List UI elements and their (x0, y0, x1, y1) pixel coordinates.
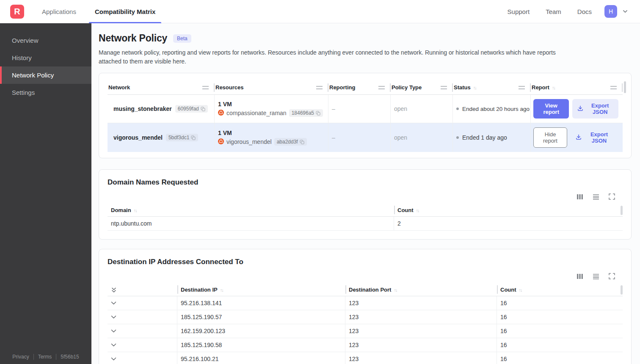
columns-icon[interactable] (577, 193, 583, 200)
destination-ip-value: 95.216.100.21 (177, 352, 345, 364)
ubuntu-icon (218, 138, 224, 146)
chevron-down-icon[interactable] (622, 8, 628, 14)
sidebar-item-history[interactable]: History (0, 49, 91, 66)
destination-row[interactable]: 185.125.190.58 123 16 (108, 338, 623, 352)
destinations-table: Destination IP↑↓ Destination Port↑↓ Coun… (108, 284, 623, 364)
column-resize-handle[interactable] (610, 86, 617, 89)
column-header-resources[interactable]: Resources (215, 80, 328, 94)
table-toolbar (108, 193, 623, 200)
count-value: 16 (497, 324, 623, 338)
column-resize-handle[interactable] (316, 86, 323, 89)
beta-badge: Beta (173, 34, 191, 43)
expand-row-icon[interactable] (108, 310, 177, 324)
column-header-policy-type[interactable]: Policy Type (391, 80, 453, 94)
status-dot (456, 108, 459, 110)
count-value: 16 (497, 338, 623, 352)
fullscreen-icon[interactable] (609, 273, 615, 279)
destinations-card-title: Destination IP Addresses Connected To (108, 258, 623, 266)
column-resize-handle[interactable] (441, 86, 447, 89)
main-content: Network Policy Beta Manage network polic… (91, 23, 640, 364)
network-id-badge: 5bdf3dc1 (166, 134, 198, 141)
count-value: 16 (497, 296, 623, 310)
table-scrollbar[interactable] (621, 285, 623, 295)
destination-port-value: 123 (345, 338, 497, 352)
column-header-network[interactable]: Network (108, 80, 215, 94)
column-header-status[interactable]: Status↑↓ (453, 80, 531, 94)
rows-icon[interactable] (593, 273, 599, 279)
expand-row-icon[interactable] (108, 338, 177, 352)
ubuntu-icon (218, 110, 224, 117)
rows-icon[interactable] (593, 193, 599, 200)
status-text: Ended about 20 hours ago (462, 106, 530, 112)
destination-port-value: 123 (345, 310, 497, 324)
destination-row[interactable]: 162.159.200.123 123 16 (108, 324, 623, 338)
resource-name: vigorous_mendel (226, 138, 272, 145)
reporting-value: – (328, 123, 391, 152)
fullscreen-icon[interactable] (609, 193, 615, 200)
nav-support[interactable]: Support (501, 8, 537, 15)
reporting-value: – (328, 95, 391, 123)
resource-name: compassionate_raman (226, 110, 287, 116)
network-row-vigorous-mendel[interactable]: vigorous_mendel 5bdf3dc1 1 VM vigorous_m… (108, 123, 623, 152)
privacy-link[interactable]: Privacy (8, 354, 33, 360)
sidebar-item-overview[interactable]: Overview (0, 32, 91, 49)
destination-port-value: 123 (345, 352, 497, 364)
column-header-domain[interactable]: Domain↑↓ (108, 204, 394, 216)
domain-row[interactable]: ntp.ubuntu.com 2 (108, 217, 623, 231)
sort-icon: ↑↓ (473, 85, 476, 90)
column-resize-handle[interactable] (519, 86, 525, 89)
column-header-reporting[interactable]: Reporting (328, 80, 391, 94)
columns-icon[interactable] (577, 273, 583, 279)
hide-report-button[interactable]: Hide report (533, 127, 567, 148)
destination-port-value: 123 (345, 296, 497, 310)
destinations-card: Destination IP Addresses Connected To De… (99, 249, 632, 364)
network-id-badge: 60959fad (175, 105, 208, 113)
count-value: 16 (497, 310, 623, 324)
nav-docs[interactable]: Docs (571, 8, 599, 15)
copy-icon[interactable] (316, 111, 320, 116)
sort-icon: ↑↓ (552, 85, 555, 90)
destination-port-value: 123 (345, 324, 497, 338)
sort-icon: ↑↓ (519, 287, 522, 292)
page-description: Manage network policy, reporting and vie… (99, 48, 571, 66)
sidebar-item-network-policy[interactable]: Network Policy (0, 66, 91, 84)
table-scrollbar[interactable] (624, 81, 626, 93)
column-header-destination-port[interactable]: Destination Port↑↓ (345, 284, 497, 296)
column-resize-handle[interactable] (378, 86, 385, 89)
copy-icon[interactable] (201, 107, 205, 111)
domains-table: Domain↑↓ Count↑↓ ntp.ubuntu.com 2 (108, 204, 623, 231)
user-avatar[interactable]: H (604, 5, 617, 18)
destination-ip-value: 185.125.190.57 (177, 310, 345, 324)
resource-id-badge: aba2dd3f (274, 138, 307, 146)
nav-team[interactable]: Team (539, 8, 568, 15)
column-resize-handle[interactable] (202, 86, 209, 89)
destination-row[interactable]: 95.216.138.141 123 16 (108, 296, 623, 310)
expand-all-icon[interactable] (108, 284, 177, 296)
expand-row-icon[interactable] (108, 324, 177, 338)
destination-row[interactable]: 185.125.190.57 123 16 (108, 310, 623, 324)
expand-row-icon[interactable] (108, 352, 177, 364)
table-scrollbar[interactable] (621, 206, 623, 215)
network-row-musing-stonebraker[interactable]: musing_stonebraker 60959fad 1 VM compass… (108, 95, 623, 123)
column-header-report[interactable]: Report↑↓ (531, 80, 623, 94)
sidebar-item-settings[interactable]: Settings (0, 84, 91, 101)
view-report-button[interactable]: View report (533, 99, 569, 119)
nav-compatibility-matrix[interactable]: Compatibility Matrix (87, 0, 163, 23)
destination-row[interactable]: 95.216.100.21 123 16 (108, 352, 623, 364)
nav-applications[interactable]: Applications (34, 0, 84, 23)
sort-icon: ↑↓ (134, 208, 137, 213)
column-header-destination-ip[interactable]: Destination IP↑↓ (177, 284, 345, 296)
column-header-count[interactable]: Count↑↓ (497, 284, 623, 296)
app-logo[interactable]: R (10, 5, 24, 19)
copy-icon[interactable] (191, 135, 196, 140)
column-header-count[interactable]: Count↑↓ (394, 204, 623, 216)
expand-row-icon[interactable] (108, 296, 177, 310)
network-name: musing_stonebraker (113, 105, 172, 112)
download-icon (576, 134, 582, 141)
copy-icon[interactable] (300, 140, 304, 144)
export-json-button[interactable]: Export JSON (571, 128, 618, 147)
vm-count: 1 VM (218, 130, 232, 136)
export-json-button[interactable]: Export JSON (572, 99, 618, 119)
terms-link[interactable]: Terms (33, 354, 56, 360)
status-dot (456, 136, 459, 139)
